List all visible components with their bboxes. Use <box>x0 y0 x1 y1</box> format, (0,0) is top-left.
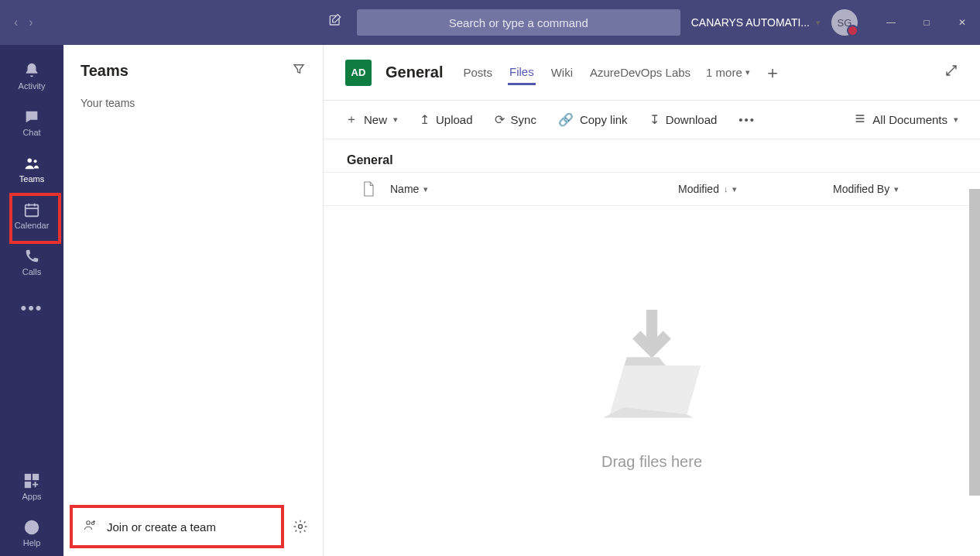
settings-icon[interactable] <box>287 513 314 540</box>
sort-down-icon: ↓ <box>724 184 728 194</box>
tab-azuredevops[interactable]: AzureDevOps Labs <box>588 61 692 84</box>
bell-icon <box>23 62 40 79</box>
empty-state[interactable]: Drag files here <box>324 206 980 556</box>
forward-button[interactable]: › <box>29 15 33 29</box>
upload-icon: ↥ <box>420 112 430 127</box>
org-switcher[interactable]: CANARYS AUTOMATI... ▾ <box>691 16 821 29</box>
svg-point-12 <box>87 521 91 525</box>
rail-teams[interactable]: Teams <box>0 146 63 192</box>
svg-point-1 <box>28 158 33 163</box>
empty-text: Drag files here <box>601 453 702 471</box>
folder-drop-icon <box>582 292 721 439</box>
filter-icon[interactable] <box>292 62 306 80</box>
team-badge: AD <box>345 60 372 86</box>
phone-icon <box>23 248 40 265</box>
rail-activity[interactable]: Activity <box>0 53 63 99</box>
tab-posts[interactable]: Posts <box>461 61 494 84</box>
org-name: CANARYS AUTOMATI... <box>691 16 810 29</box>
close-button[interactable]: ✕ <box>944 0 980 45</box>
window-controls: ― □ ✕ <box>873 0 980 45</box>
new-button[interactable]: ＋New▾ <box>345 112 398 128</box>
tab-wiki[interactable]: Wiki <box>550 61 574 84</box>
sidebar-title: Teams <box>81 62 128 80</box>
search-placeholder: Search or type a command <box>449 16 588 29</box>
calendar-icon <box>23 201 40 218</box>
apps-icon <box>23 472 40 489</box>
back-button[interactable]: ‹ <box>14 15 18 29</box>
main-content: AD General Posts Files Wiki AzureDevOps … <box>324 45 980 556</box>
column-name[interactable]: Name▾ <box>390 183 678 195</box>
scrollbar[interactable] <box>969 189 980 496</box>
minimize-button[interactable]: ― <box>873 0 909 45</box>
more-tabs[interactable]: 1 more ▾ <box>706 66 750 79</box>
help-icon <box>23 519 40 536</box>
column-modified-by[interactable]: Modified By▾ <box>833 183 957 195</box>
rail-apps[interactable]: Apps <box>0 463 63 510</box>
nav-arrows: ‹ › <box>0 15 47 29</box>
your-teams-label: Your teams <box>63 89 323 117</box>
rail-help[interactable]: Help <box>0 510 63 556</box>
file-icon-header <box>347 180 390 197</box>
teams-sidebar: Teams Your teams Join or create a team <box>63 45 324 556</box>
download-icon: ↧ <box>649 112 660 127</box>
rail-label: Activity <box>19 81 46 91</box>
rail-label: Calendar <box>15 221 50 230</box>
svg-rect-7 <box>26 474 30 479</box>
rail-label: Apps <box>22 492 41 501</box>
upload-button[interactable]: ↥Upload <box>420 112 473 127</box>
rail-label: Calls <box>22 267 41 276</box>
chevron-down-icon: ▾ <box>816 18 821 28</box>
rail-calendar[interactable]: Calendar <box>0 192 63 239</box>
maximize-button[interactable]: □ <box>909 0 944 45</box>
svg-point-2 <box>34 160 37 163</box>
rail-more[interactable]: ••• <box>0 285 63 331</box>
chevron-down-icon: ▾ <box>732 184 737 194</box>
join-create-team-button[interactable]: Join or create a team <box>73 508 281 545</box>
rail-label: Chat <box>22 128 40 137</box>
sync-icon: ⟳ <box>495 112 505 127</box>
svg-point-14 <box>299 525 303 529</box>
app-rail: Activity Chat Teams Calendar Calls ••• A… <box>0 45 63 556</box>
list-icon <box>854 112 866 127</box>
rail-calls[interactable]: Calls <box>0 239 63 285</box>
plus-icon: ＋ <box>345 112 358 128</box>
chevron-down-icon: ▾ <box>894 184 899 194</box>
team-add-icon <box>84 518 98 535</box>
chevron-down-icon: ▾ <box>423 184 428 194</box>
add-tab-button[interactable]: ＋ <box>764 61 781 84</box>
sync-button[interactable]: ⟳Sync <box>495 112 536 127</box>
file-table-header: Name▾ Modified↓▾ Modified By▾ <box>324 172 980 206</box>
avatar-initials: SG <box>838 17 852 29</box>
expand-icon[interactable] <box>944 63 958 81</box>
chevron-down-icon: ▾ <box>745 67 750 77</box>
rail-chat[interactable]: Chat <box>0 99 63 146</box>
copylink-button[interactable]: 🔗Copy link <box>558 112 628 127</box>
channel-header: AD General Posts Files Wiki AzureDevOps … <box>324 45 980 101</box>
svg-rect-9 <box>26 482 30 486</box>
svg-point-11 <box>31 530 32 530</box>
compose-icon[interactable] <box>326 13 344 33</box>
join-label: Join or create a team <box>107 520 216 534</box>
link-icon: 🔗 <box>558 112 574 127</box>
chevron-down-icon: ▾ <box>393 115 398 125</box>
download-button[interactable]: ↧Download <box>649 112 718 127</box>
svg-rect-3 <box>26 204 39 216</box>
titlebar: ‹ › Search or type a command CANARYS AUT… <box>0 0 980 45</box>
search-input[interactable]: Search or type a command <box>357 9 680 36</box>
file-commands: ＋New▾ ↥Upload ⟳Sync 🔗Copy link ↧Download… <box>324 101 980 139</box>
chat-icon <box>23 108 40 125</box>
chevron-down-icon: ▾ <box>954 115 958 125</box>
more-commands[interactable]: ••• <box>738 113 756 126</box>
avatar[interactable]: SG <box>831 9 858 36</box>
svg-rect-8 <box>33 474 38 479</box>
svg-marker-19 <box>610 366 701 414</box>
column-modified[interactable]: Modified↓▾ <box>678 183 833 195</box>
channel-name: General <box>385 63 443 81</box>
teams-icon <box>23 155 40 172</box>
more-icon: ••• <box>20 298 43 318</box>
rail-label: Help <box>23 538 41 547</box>
view-selector[interactable]: All Documents ▾ <box>854 112 958 127</box>
folder-title: General <box>324 139 980 172</box>
rail-label: Teams <box>19 174 44 184</box>
tab-files[interactable]: Files <box>508 60 536 85</box>
